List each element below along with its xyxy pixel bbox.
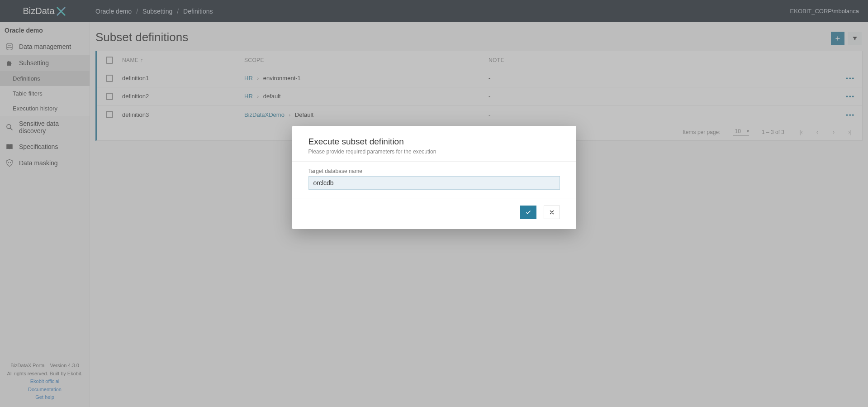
target-db-label: Target database name (308, 168, 560, 174)
target-database-input[interactable] (308, 176, 560, 190)
confirm-button[interactable] (520, 206, 536, 219)
divider (292, 161, 576, 162)
modal-overlay[interactable]: Execute subset definition Please provide… (0, 0, 868, 407)
cancel-button[interactable] (544, 206, 560, 219)
modal-title: Execute subset definition (308, 137, 560, 147)
execute-subset-modal: Execute subset definition Please provide… (292, 126, 576, 229)
close-icon (549, 209, 555, 215)
modal-subtitle: Please provide required parameters for t… (308, 148, 560, 155)
check-icon (525, 209, 531, 215)
